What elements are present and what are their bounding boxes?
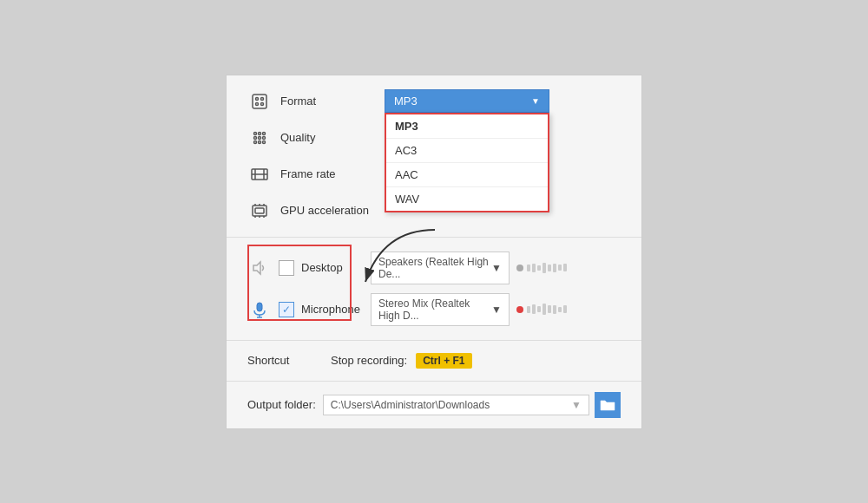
vol-bar-7 <box>558 265 562 271</box>
desktop-checkbox[interactable] <box>279 260 294 276</box>
svg-rect-27 <box>257 303 262 311</box>
output-path-value: C:\Users\Administrator\Downloads <box>331 399 490 411</box>
vol-bar-m7 <box>558 307 562 312</box>
vol-bar-3 <box>537 265 541 271</box>
svg-point-1 <box>256 97 259 100</box>
format-option-wav[interactable]: WAV <box>386 187 548 211</box>
microphone-checkbox[interactable]: ✓ <box>279 302 294 317</box>
format-options-list: MP3 AC3 AAC WAV <box>385 113 549 212</box>
format-option-aac[interactable]: AAC <box>386 163 548 187</box>
output-section: Output folder: C:\Users\Administrator\Do… <box>227 382 641 428</box>
format-option-mp3[interactable]: MP3 <box>386 114 548 139</box>
desktop-audio-row: Desktop Speakers (Realtek High De... ▼ <box>247 252 621 284</box>
output-dropdown-arrow: ▼ <box>571 399 582 411</box>
output-path-box: C:\Users\Administrator\Downloads ▼ <box>323 395 589 415</box>
format-label: Format <box>280 95 385 108</box>
vol-bar-1 <box>527 265 530 271</box>
vol-bar-m8 <box>563 305 567 313</box>
format-selected[interactable]: MP3 ▼ <box>385 89 549 113</box>
microphone-device-dropdown[interactable]: Stereo Mix (Realtek High D... ▼ <box>371 293 510 326</box>
vol-bar-m6 <box>553 305 556 314</box>
svg-marker-26 <box>253 262 260 274</box>
audio-section: Desktop Speakers (Realtek High De... ▼ <box>227 238 641 341</box>
shortcut-section: Shortcut Stop recording: Ctrl + F1 <box>227 341 641 382</box>
desktop-dropdown-arrow: ▼ <box>491 262 502 274</box>
gpu-label: GPU acceleration <box>280 204 385 217</box>
svg-point-10 <box>263 136 266 139</box>
desktop-device-dropdown[interactable]: Speakers (Realtek High De... ▼ <box>371 252 510 284</box>
format-dropdown: MP3 ▼ MP3 AC3 AAC WAV <box>385 89 621 113</box>
svg-point-13 <box>263 140 266 143</box>
quality-label: Quality <box>280 131 385 144</box>
vol-bar-6 <box>553 264 556 272</box>
quality-icon <box>247 126 272 150</box>
svg-point-3 <box>256 102 259 105</box>
frame-rate-icon <box>247 162 272 186</box>
format-icon <box>247 89 272 114</box>
shortcut-row: Shortcut Stop recording: Ctrl + F1 <box>247 353 621 369</box>
vol-bar-m4 <box>542 304 546 315</box>
desktop-device-value: Speakers (Realtek High De... <box>378 256 491 280</box>
format-dropdown-container[interactable]: MP3 ▼ MP3 AC3 AAC WAV <box>385 89 549 113</box>
vol-bar-m3 <box>537 306 541 312</box>
browse-folder-button[interactable] <box>595 392 621 418</box>
svg-point-6 <box>259 132 261 134</box>
desktop-vol-bars <box>527 263 567 273</box>
svg-point-8 <box>254 136 257 139</box>
vol-bar-4 <box>542 263 546 273</box>
desktop-label: Desktop <box>301 261 371 274</box>
settings-panel: Format MP3 ▼ MP3 AC3 AAC WAV <box>226 75 642 429</box>
vol-bar-2 <box>532 264 536 272</box>
vol-bar-5 <box>548 265 551 271</box>
gpu-icon <box>247 199 272 223</box>
shortcut-label: Shortcut <box>247 354 317 367</box>
microphone-vol-bars <box>527 304 567 315</box>
microphone-audio-row: ✓ Microphone Stereo Mix (Realtek High D.… <box>247 293 621 326</box>
speaker-icon <box>247 256 272 280</box>
format-selected-value: MP3 <box>394 95 418 108</box>
svg-rect-0 <box>253 95 266 108</box>
vol-bar-m5 <box>548 305 551 313</box>
svg-point-5 <box>254 132 257 134</box>
format-row: Format MP3 ▼ MP3 AC3 AAC WAV <box>247 89 621 114</box>
vol-bar-m1 <box>527 306 530 313</box>
dropdown-arrow-icon: ▼ <box>531 96 540 106</box>
folder-icon <box>600 398 615 412</box>
svg-rect-19 <box>255 208 264 213</box>
microphone-vol-dot <box>516 306 523 313</box>
stop-recording-label: Stop recording: <box>331 354 407 367</box>
svg-point-11 <box>254 140 257 143</box>
desktop-vol-dot <box>516 265 523 271</box>
svg-point-7 <box>263 132 266 134</box>
microphone-volume <box>516 304 567 315</box>
shortcut-keys: Ctrl + F1 <box>416 353 471 369</box>
vol-bar-m2 <box>532 304 536 314</box>
microphone-label: Microphone <box>301 303 371 316</box>
svg-point-12 <box>259 140 261 143</box>
checkmark-icon: ✓ <box>282 304 291 316</box>
desktop-volume <box>516 263 567 273</box>
microphone-device-value: Stereo Mix (Realtek High D... <box>378 297 491 322</box>
svg-point-9 <box>259 136 261 139</box>
video-settings-section: Format MP3 ▼ MP3 AC3 AAC WAV <box>227 75 641 238</box>
frame-rate-label: Frame rate <box>280 167 385 180</box>
vol-bar-8 <box>563 264 567 271</box>
microphone-dropdown-arrow: ▼ <box>491 304 502 316</box>
microphone-icon <box>247 297 272 322</box>
audio-section-wrapper: Desktop Speakers (Realtek High De... ▼ <box>227 238 641 341</box>
format-option-ac3[interactable]: AC3 <box>386 139 548 163</box>
svg-point-2 <box>261 97 264 100</box>
output-label: Output folder: <box>247 398 316 411</box>
svg-point-4 <box>261 102 264 105</box>
